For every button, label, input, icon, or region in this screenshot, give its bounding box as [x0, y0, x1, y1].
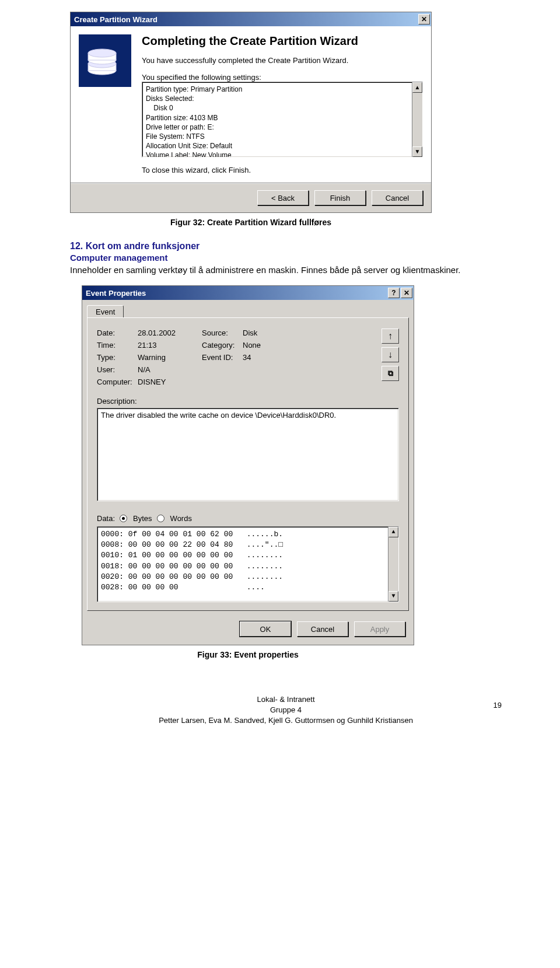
data-dump: 0000: 0f 00 04 00 01 00 62 00 ......b. 0…	[101, 530, 283, 592]
help-icon[interactable]: ?	[388, 288, 400, 298]
wizard-titlebar[interactable]: Create Partition Wizard ✕	[71, 12, 431, 26]
settings-listbox[interactable]: Partition type: Primary Partition Disks …	[142, 82, 423, 158]
date-label: Date:	[97, 329, 138, 337]
computer-label: Computer:	[97, 378, 138, 386]
time-label: Time:	[97, 341, 138, 350]
section-heading: 12. Kort om andre funksjoner	[70, 241, 502, 251]
create-partition-wizard-dialog: Create Partition Wizard ✕ Comp	[70, 12, 432, 213]
category-value: None	[243, 341, 295, 350]
arrow-up-icon: ↑	[388, 331, 393, 341]
wizard-intro: You have successfully completed the Crea…	[142, 56, 423, 65]
event-title: Event Properties	[86, 289, 146, 298]
source-value: Disk	[243, 329, 295, 337]
settings-label: You specified the following settings:	[142, 73, 423, 82]
figure-caption-33: Figur 33: Event properties	[82, 650, 414, 659]
footer-line3: Petter Larsen, Eva M. Sandved, Kjell G. …	[70, 715, 502, 726]
event-titlebar[interactable]: Event Properties ? ✕	[82, 286, 414, 300]
page-footer: Lokal- & Intranett Gruppe 4 Petter Larse…	[70, 694, 502, 726]
close-icon[interactable]: ✕	[418, 14, 430, 25]
settings-line: Partition size: 4103 MB	[146, 113, 419, 123]
settings-line: Drive letter or path: E:	[146, 123, 419, 132]
figure-caption-32: Figur 32: Create Partition Wizard fullfø…	[70, 218, 432, 227]
section-subhead: Computer management	[70, 253, 502, 263]
svg-point-5	[88, 49, 116, 57]
date-value: 28.01.2002	[138, 329, 202, 337]
radio-words[interactable]	[157, 515, 164, 522]
radio-bytes-label: Bytes	[133, 514, 152, 523]
ok-button[interactable]: OK	[240, 621, 291, 637]
cancel-button[interactable]: Cancel	[297, 621, 348, 637]
copy-button[interactable]: ⧉	[382, 366, 399, 381]
wizard-title: Create Partition Wizard	[74, 15, 158, 24]
settings-line: Disk 0	[146, 103, 419, 113]
radio-bytes[interactable]	[120, 515, 127, 522]
section-title: Kort om andre funksjoner	[86, 241, 200, 251]
apply-button[interactable]: Apply	[354, 621, 405, 637]
back-button[interactable]: < Back	[257, 190, 309, 205]
tabstrip: Event	[82, 300, 414, 317]
next-event-button[interactable]: ↓	[382, 347, 399, 362]
settings-line: File System: NTFS	[146, 132, 419, 141]
scrollbar[interactable]: ▲ ▼	[412, 82, 422, 157]
cancel-button[interactable]: Cancel	[372, 190, 423, 205]
copy-icon: ⧉	[388, 369, 393, 378]
data-label: Data:	[97, 514, 115, 523]
event-properties-dialog: Event Properties ? ✕ Event ↑ ↓ ⧉ Date:	[82, 285, 414, 645]
scroll-up-icon[interactable]: ▲	[412, 82, 422, 93]
scrollbar[interactable]: ▲▼	[388, 527, 398, 602]
settings-line: Partition type: Primary Partition	[146, 85, 419, 94]
source-label: Source:	[202, 329, 243, 337]
description-box[interactable]: The driver disabled the write cache on d…	[97, 408, 399, 501]
scroll-up-icon[interactable]: ▲	[388, 527, 398, 537]
section-body: Inneholder en samling verktøy til å admi…	[70, 265, 467, 275]
scroll-down-icon[interactable]: ▼	[388, 591, 398, 602]
wizard-heading: Completing the Create Partition Wizard	[142, 34, 423, 48]
description-text: The driver disabled the write cache on d…	[101, 411, 336, 420]
wizard-graphic	[79, 34, 131, 87]
section-number: 12.	[70, 241, 83, 251]
settings-line: Volume Label: New Volume	[146, 151, 419, 158]
data-dump-box[interactable]: 0000: 0f 00 04 00 01 00 62 00 ......b. 0…	[97, 526, 399, 602]
tab-event[interactable]: Event	[87, 305, 124, 318]
user-value: N/A	[138, 365, 202, 374]
eventid-label: Event ID:	[202, 353, 243, 362]
arrow-down-icon: ↓	[388, 350, 393, 360]
eventid-value: 34	[243, 353, 295, 362]
type-label: Type:	[97, 353, 138, 362]
time-value: 21:13	[138, 341, 202, 350]
radio-words-label: Words	[170, 514, 192, 523]
prev-event-button[interactable]: ↑	[382, 329, 399, 344]
description-label: Description:	[97, 397, 399, 406]
user-label: User:	[97, 365, 138, 374]
category-label: Category:	[202, 341, 243, 350]
settings-line: Allocation Unit Size: Default	[146, 141, 419, 151]
close-icon[interactable]: ✕	[401, 288, 412, 298]
wizard-close-text: To close this wizard, click Finish.	[142, 166, 423, 174]
finish-button[interactable]: Finish	[314, 190, 366, 205]
tab-panel: ↑ ↓ ⧉ Date: 28.01.2002 Source: Disk Time…	[87, 317, 409, 611]
computer-value: DISNEY	[138, 378, 202, 386]
scroll-down-icon[interactable]: ▼	[412, 146, 422, 157]
type-value: Warning	[138, 353, 202, 362]
settings-line: Disks Selected:	[146, 94, 419, 103]
page-number: 19	[70, 701, 502, 710]
